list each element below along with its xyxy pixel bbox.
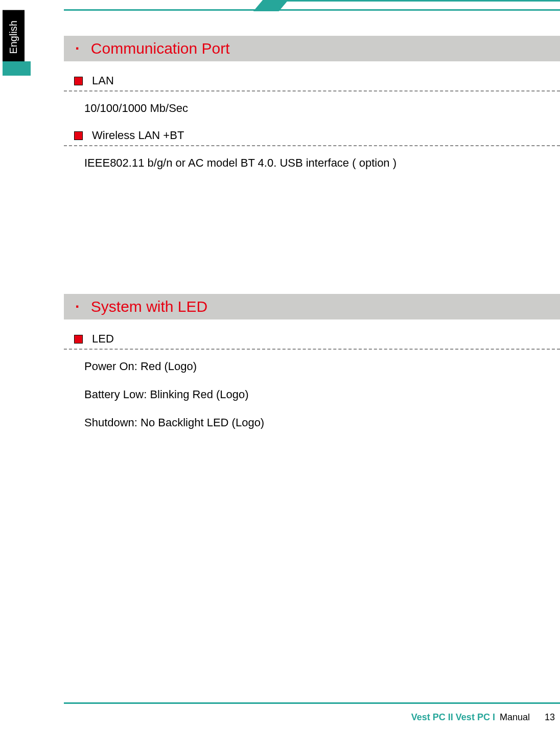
section-banner-system-led: · System with LED [64,294,560,319]
section-title: System with LED [91,298,207,315]
dashed-divider [64,349,560,350]
bottom-rule [64,702,560,704]
spec-line: Shutdown: No Backlight LED (Logo) [84,414,560,431]
body-text-led: Power On: Red (Logo) Battery Low: Blinki… [64,358,560,431]
body-text-wlan: IEEE802.11 b/g/n or AC model BT 4.0. USB… [64,154,560,171]
sub-header-lan: LAN [64,74,560,87]
sub-header-label: Wireless LAN +BT [92,129,184,142]
square-icon [74,131,83,140]
spec-line: Battery Low: Blinking Red (Logo) [84,386,560,403]
sub-header-wlan-bt: Wireless LAN +BT [64,129,560,142]
top-rule [64,0,560,11]
language-tab: English [3,10,25,64]
spec-line: 10/100/1000 Mb/Sec [84,100,560,117]
dashed-divider [64,145,560,146]
body-text-lan: 10/100/1000 Mb/Sec [64,100,560,117]
section-banner-communication-port: · Communication Port [64,36,560,61]
spec-line: IEEE802.11 b/g/n or AC model BT 4.0. USB… [84,154,560,171]
sub-header-label: LAN [92,74,114,87]
page-content: · Communication Port LAN 10/100/1000 Mb/… [64,31,560,443]
sub-header-led: LED [64,332,560,346]
sub-header-label: LED [92,332,114,346]
page-number: 13 [545,712,555,722]
spec-line: Power On: Red (Logo) [84,358,560,375]
footer-label: Manual [500,712,530,722]
section-title: Communication Port [91,40,230,57]
accent-tab [3,61,31,76]
square-icon [74,77,83,85]
square-icon [74,335,83,344]
footer-brand: Vest PC II Vest PC I [411,712,495,722]
bullet-icon: · [75,40,79,57]
bullet-icon: · [75,298,79,315]
footer: Vest PC II Vest PC I Manual 13 [411,712,555,723]
dashed-divider [64,90,560,92]
